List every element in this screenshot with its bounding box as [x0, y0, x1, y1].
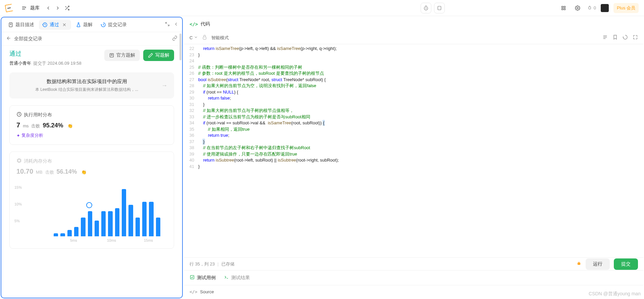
left-content: 通过 普通小青年 提交于 2024.06.09 19:58 官方题解 写题解 [1, 46, 182, 298]
memory-beat-label: 击败 [45, 169, 54, 175]
chart-bar [115, 208, 119, 236]
chart-cursor-indicator [86, 202, 92, 208]
expand-icon[interactable] [165, 21, 170, 28]
submission-status: 通过 [9, 50, 104, 58]
write-solution-button[interactable]: 写题解 [143, 50, 174, 61]
left-panel: 题目描述 通过 ✕ 题解 提交记录 全部提交记录 [1, 17, 183, 298]
tab-label: 题解 [83, 22, 93, 28]
svg-rect-2 [562, 6, 563, 7]
sparkle-icon: ✦ [16, 133, 20, 138]
check-icon [190, 275, 195, 281]
left-tabs: 题目描述 通过 ✕ 题解 提交记录 [1, 17, 182, 32]
tab-description[interactable]: 题目描述 [5, 20, 38, 30]
submit-time: 提交于 2024.06.09 19:58 [33, 60, 82, 66]
svg-rect-12 [578, 262, 580, 265]
format-icon[interactable] [602, 35, 608, 41]
source-label: Source [200, 289, 214, 294]
tab-solution[interactable]: 题解 [72, 20, 96, 30]
arrow-right-icon: → [161, 82, 167, 89]
submit-button[interactable]: 提交 [614, 258, 638, 270]
chart-bar [108, 211, 112, 236]
svg-rect-15 [191, 276, 194, 279]
code-header-label: 代码 [201, 21, 210, 27]
top-right-controls: 0 Plus 会员 [559, 3, 639, 13]
top-center-controls [421, 3, 445, 13]
lock-icon [202, 35, 207, 41]
svg-rect-10 [18, 159, 20, 162]
chart-bar [136, 218, 140, 236]
right-panel: </> 代码 C 智能模式 22232425262728293031323334… [184, 17, 643, 298]
memory-distribution-chart: 15% 10% 5% 5ms 10ms 15ms [16, 182, 167, 242]
svg-point-14 [579, 263, 580, 264]
tab-test-cases[interactable]: 测试用例 [190, 275, 216, 281]
memory-unit: MB [36, 170, 43, 175]
chart-bar [74, 227, 78, 236]
chart-bar [60, 233, 65, 236]
language-selector[interactable]: C [190, 35, 198, 40]
source-row[interactable]: </> Source [184, 285, 643, 298]
tab-test-results[interactable]: 测试结果 [224, 275, 250, 281]
clock-icon [16, 112, 22, 118]
reset-icon[interactable] [623, 35, 628, 41]
memory-beat-pct: 56.14% [57, 168, 77, 175]
leetbook-promo[interactable]: 数据结构和算法在实际项目中的应用 本 LeetBook 结合实际项目案例来讲解算… [9, 72, 174, 99]
code-toolbar: C 智能模式 [184, 32, 643, 44]
runtime-beat-pct: 95.24% [43, 122, 63, 129]
official-solution-button[interactable]: 官方题解 [104, 50, 140, 61]
streak-counter[interactable]: 0 [587, 5, 596, 11]
save-status: 已存储 [221, 261, 234, 267]
prev-icon[interactable] [44, 3, 53, 13]
settings-icon[interactable] [573, 3, 582, 13]
tab-label: 题目描述 [15, 22, 34, 28]
problem-bank-link[interactable]: 题库 [30, 5, 40, 11]
bookmark-icon[interactable] [612, 35, 618, 41]
scrollbar[interactable] [179, 32, 181, 297]
chart-bar [54, 233, 58, 236]
chart-bar [101, 211, 106, 236]
promo-subtitle: 本 LeetBook 结合实际项目案例来讲解算法和数据结构，... [16, 87, 157, 93]
svg-rect-11 [203, 37, 206, 39]
tab-pass[interactable]: 通过 ✕ [39, 20, 71, 30]
runtime-unit: ms [23, 123, 29, 128]
svg-rect-3 [564, 6, 565, 7]
chart-bar [67, 230, 72, 236]
runtime-title: 执行用时分布 [24, 112, 52, 118]
memory-value: 10.70 [16, 168, 33, 175]
chart-bar [122, 189, 126, 236]
leetcode-logo[interactable] [5, 4, 13, 12]
ai-assistant-icon[interactable] [576, 261, 582, 267]
chip-icon [16, 158, 22, 164]
back-icon[interactable] [6, 36, 11, 42]
clap-icon: 👏 [67, 123, 73, 128]
memory-title: 消耗内存分布 [24, 158, 52, 164]
fullscreen-icon[interactable] [633, 35, 638, 41]
cursor-position: 行 35，列 23 [190, 261, 215, 267]
run-button[interactable]: 运行 [586, 258, 610, 270]
notes-icon[interactable] [434, 3, 445, 13]
user-avatar[interactable] [601, 4, 609, 12]
tab-submissions[interactable]: 提交记录 [97, 20, 130, 30]
svg-rect-5 [564, 8, 565, 10]
svg-rect-1 [438, 6, 441, 10]
shuffle-icon[interactable] [62, 3, 72, 13]
close-icon[interactable]: ✕ [61, 22, 68, 27]
apps-icon[interactable] [559, 3, 568, 13]
breadcrumb-label[interactable]: 全部提交记录 [14, 36, 42, 42]
editor-mode[interactable]: 智能模式 [211, 35, 229, 41]
chart-bar [95, 221, 99, 236]
username[interactable]: 普通小青年 [9, 60, 31, 66]
list-icon[interactable] [19, 3, 29, 13]
watermark: CSDN @普通young man [589, 291, 641, 297]
chart-bar [156, 218, 160, 236]
collapse-left-icon[interactable] [173, 21, 179, 28]
complexity-analysis-link[interactable]: ✦ 复杂度分析 [16, 132, 167, 138]
link-icon[interactable] [172, 36, 177, 42]
tab-label: 通过 [50, 22, 59, 28]
timer-icon[interactable] [421, 3, 431, 13]
code-editor[interactable]: 2223242526272829303132333435363738394041… [184, 44, 643, 257]
runtime-card: 执行用时分布 7 ms 击败 95.24% 👏 ✦ 复杂度分析 [9, 105, 174, 145]
chart-bar [128, 205, 133, 236]
history-icon [42, 22, 48, 27]
next-icon[interactable] [53, 3, 62, 13]
plus-membership-button[interactable]: Plus 会员 [613, 3, 639, 13]
